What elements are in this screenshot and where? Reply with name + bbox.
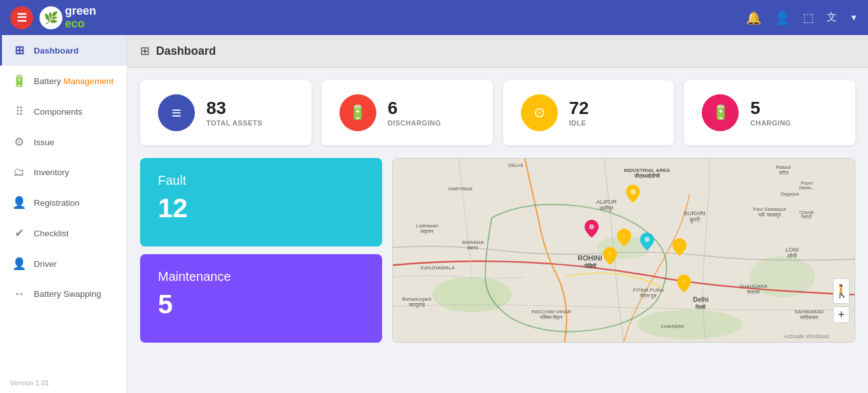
map-label-paschim-vihar: PASCHIM VIHARपश्चिम विहार [532,309,572,321]
sidebar-item-label: Dashboard [34,46,117,55]
map-label-alipur: ALIPURअलीपुर [596,199,617,212]
main-content: ⊞ Dashboard ≡ 83 TOTAL ASSETS 🔋 6 [127,35,868,393]
map-label-kanjhawala: KANJHAWALA [421,265,455,271]
idle-number: 72 [569,99,589,118]
idle-info: 72 IDLE [569,99,589,127]
svg-text:⚡: ⚡ [620,232,628,239]
fault-card[interactable]: Fault 12 [140,158,382,247]
svg-text:⚡: ⚡ [680,278,688,285]
idle-label: IDLE [569,119,589,127]
total-assets-label: TOTAL ASSETS [206,119,262,127]
sidebar-item-battery-management[interactable]: 🔋 Battery Management [0,66,127,96]
map-pin-3: ⚡ [617,229,631,247]
fault-number: 12 [158,193,364,224]
sidebar-item-battery-swapping[interactable]: ↔ Battery Swapping [0,279,127,309]
logout-icon[interactable]: ⬚ [803,11,814,25]
logo-text: green eco [65,5,96,31]
driver-icon: 👤 [12,257,26,271]
sidebar-item-label: Battery Management [34,76,117,86]
battery-charging-icon: 🔋 [712,106,729,120]
page-header: ⊞ Dashboard [127,35,868,68]
sidebar-item-checklist[interactable]: ✔ Checklist [0,218,127,248]
discharging-info: 6 DISCHARGING [388,99,441,127]
map-pin-6: ⚡ [603,247,617,265]
sidebar-item-issue[interactable]: ⚙ Issue [0,127,127,157]
hamburger-icon: ☰ [17,12,27,24]
stat-card-charging[interactable]: 🔋 5 CHARGING [684,80,855,145]
translate-icon[interactable]: 文 [827,11,837,24]
bottom-section: Fault 12 Maintenance 5 [127,152,868,349]
map-label-dagarpur: Dagarpur [781,192,799,196]
sidebar-version: Version 1.01 [0,373,127,393]
map-pin-2 [585,220,599,238]
maintenance-card[interactable]: Maintenance 5 [140,254,382,343]
account-icon[interactable]: 👤 [774,10,790,25]
sidebar-item-components[interactable]: ⠿ Components [0,96,127,127]
map-label-sahibabad: SAHIBABADसाहिबाबाद [795,309,824,321]
dashboard-icon: ⊞ [12,43,26,57]
sidebar: ⊞ Dashboard 🔋 Battery Management ⠿ Compo… [0,35,127,393]
checklist-icon: ✔ [12,226,26,240]
total-assets-info: 83 TOTAL ASSETS [206,99,262,127]
map-label-rataul: Rataulरतौल [776,164,791,176]
logo: 🌿 green eco [39,5,96,31]
map-pin-5: ⚡ [672,238,687,256]
total-assets-number: 83 [206,99,262,118]
map-label-rohini: ROHINIरोहिणी [578,254,602,270]
map-pin-1 [626,185,640,203]
charging-number: 5 [750,99,791,118]
notification-icon[interactable]: 🔔 [746,10,762,25]
svg-point-8 [644,237,650,242]
charging-info: 5 CHARGING [750,99,791,127]
discharging-number: 6 [388,99,441,118]
dropdown-arrow-icon[interactable]: ▼ [850,13,858,22]
menu-button[interactable]: ☰ [10,6,33,29]
stat-cards-row: ≡ 83 TOTAL ASSETS 🔋 6 DISCHARGING ⊙ [127,68,868,152]
charging-icon-circle: 🔋 [702,94,739,131]
map-label-haryana: HARYANA [448,186,473,192]
map-pin-7: ⚡ [677,275,691,292]
stat-card-discharging[interactable]: 🔋 6 DISCHARGING [322,80,493,145]
battery-icon: 🔋 [12,74,26,88]
sidebar-item-label: Registration [34,198,117,208]
maintenance-number: 5 [158,289,364,320]
topnav-action-icons: 🔔 👤 ⬚ 文 ▼ [746,10,858,25]
sidebar-item-label: Inventory [34,168,117,177]
battery-discharging-icon: 🔋 [349,106,366,120]
sidebar-item-dashboard[interactable]: ⊞ Dashboard [0,35,127,66]
stat-card-total-assets[interactable]: ≡ 83 TOTAL ASSETS [140,80,311,145]
sidebar-item-inventory[interactable]: 🗂 Inventory [0,157,127,187]
map-person-control[interactable]: 🚶 [833,278,850,304]
issue-icon: ⚙ [12,135,26,149]
left-cards: Fault 12 Maintenance 5 [140,158,382,343]
total-assets-icon-circle: ≡ [158,94,195,131]
map-zoom-plus[interactable]: + [833,306,850,323]
svg-point-2 [637,310,743,339]
top-navigation: ☰ 🌿 green eco 🔔 👤 ⬚ 文 ▼ [0,0,868,35]
stat-card-idle[interactable]: ⊙ 72 IDLE [503,80,674,145]
svg-point-5 [630,189,636,194]
inventory-icon: 🗂 [12,166,26,179]
svg-point-1 [432,277,511,313]
map-label-bahadurgarh: Bahadurgarhबहादुरगढ़ [402,296,432,308]
sidebar-item-label: Driver [34,259,117,269]
map-label-loni: LONIलोनी [785,247,799,260]
battery-swapping-icon: ↔ [12,287,26,301]
sidebar-item-registration[interactable]: 👤 Registration [0,187,127,218]
sidebar-item-driver[interactable]: 👤 Driver [0,248,127,279]
main-layout: ⊞ Dashboard 🔋 Battery Management ⠿ Compo… [0,0,868,393]
map-label-ladrawan: Ladrawanलड़ावन [416,223,438,235]
maintenance-title: Maintenance [158,269,364,284]
idle-icon: ⊙ [534,106,545,120]
map-label-burari: BURARIबुरारी [684,210,706,224]
components-icon: ⠿ [12,104,26,118]
map-label-bawana: BAWANAबवाना [462,239,484,252]
page-title: Dashboard [156,45,216,58]
discharging-icon-circle: 🔋 [339,94,376,131]
map-label-shahdara: SHAHDARAशाहदरा [739,283,767,296]
map-container[interactable]: INDUSTRIAL AREAडीएसआईडीसी ALIPURअलीपुर B… [392,158,855,343]
sidebar-item-label: Checklist [34,229,117,238]
sidebar-item-label: Battery Swapping [34,289,117,299]
fault-title: Fault [158,173,364,188]
logo-icon: 🌿 [39,6,62,29]
